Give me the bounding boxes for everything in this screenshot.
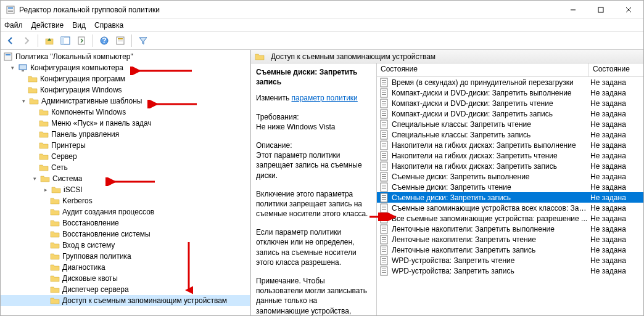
tree-iscsi[interactable]: ▸iSCSI <box>1 184 250 195</box>
tree-label: Административные шаблоны <box>41 97 142 105</box>
tree-removable-storage[interactable]: Доступ к съемным запоминающим устройства… <box>1 295 250 306</box>
svg-rect-59 <box>382 176 386 177</box>
tree-system[interactable]: ▾Система <box>1 173 250 184</box>
policy-row[interactable]: Ленточные накопители: Запретить чтениеНе… <box>377 234 643 245</box>
policy-row[interactable]: WPD-устройства: Запретить записьНе задан… <box>377 265 643 276</box>
svg-rect-48 <box>382 147 386 147</box>
policy-state: Не задана <box>589 172 643 181</box>
forward-button[interactable] <box>19 33 34 48</box>
policy-state: Не задана <box>589 193 643 202</box>
show-hide-tree-button[interactable] <box>58 33 73 48</box>
policy-state: Не задана <box>589 214 643 223</box>
properties-button[interactable] <box>113 33 128 48</box>
policy-name: Накопители на гибких дисках: Запретить ч… <box>392 152 558 160</box>
policy-item-icon <box>379 256 389 265</box>
description-text: Примечание. Чтобы пользователи могли зап… <box>256 276 371 315</box>
expand-toggle[interactable]: ▸ <box>41 185 50 194</box>
svg-rect-3 <box>8 11 13 12</box>
tree-admin-templates[interactable]: ▾Административные шаблоны <box>1 95 250 107</box>
policy-row[interactable]: Компакт-диски и DVD-диски: Запретить чте… <box>377 98 643 108</box>
close-button[interactable] <box>614 1 642 18</box>
tree-win-components[interactable]: Компоненты Windows <box>1 107 250 118</box>
tree-label: Доступ к съемным запоминающим устройства… <box>62 296 227 305</box>
policy-list[interactable]: Состояние Состояние Время (в секундах) д… <box>377 63 643 315</box>
svg-rect-71 <box>382 208 386 208</box>
tree-gp[interactable]: Групповая политика <box>1 251 250 262</box>
svg-rect-51 <box>382 155 386 156</box>
policy-row[interactable]: Компакт-диски и DVD-диски: Запретить зап… <box>377 108 643 119</box>
filter-button[interactable] <box>136 33 151 48</box>
tree-sys-restore[interactable]: Восстановление системы <box>1 229 250 240</box>
menubar: Файл Действие Вид Справка <box>1 19 643 31</box>
policy-item-icon <box>379 266 389 276</box>
policy-row[interactable]: Съемные диски: Запретить записьНе задана <box>377 192 643 203</box>
policy-row[interactable]: Специальные классы: Запретить чтениеНе з… <box>377 119 643 129</box>
column-state[interactable]: Состояние <box>377 63 589 76</box>
policy-row[interactable]: Накопители на гибких дисках: Запретить з… <box>377 161 643 171</box>
tree-comp-config[interactable]: ▾ Конфигурация компьютера <box>1 62 250 73</box>
tree-root[interactable]: Политика "Локальный компьютер" <box>1 51 250 62</box>
policy-name: Съемные диски: Запретить выполнение <box>392 172 530 181</box>
svg-rect-95 <box>382 270 386 271</box>
policy-name: Специальные классы: Запретить чтение <box>392 120 531 129</box>
policy-state: Не задана <box>589 256 643 265</box>
tree-kerberos[interactable]: Kerberos <box>1 195 250 206</box>
policy-row[interactable]: Съемные диски: Запретить чтениеНе задана <box>377 182 643 192</box>
policy-item-icon <box>379 235 389 245</box>
edit-policy-link[interactable]: параметр политики <box>291 94 357 102</box>
tree-server-mgr[interactable]: Диспетчер сервера <box>1 284 250 295</box>
policy-state: Не задана <box>589 235 643 244</box>
policy-row[interactable]: Все съемные запоминающие устройства: раз… <box>377 213 643 224</box>
description-label: Описание: <box>256 140 371 150</box>
expand-toggle[interactable]: ▾ <box>19 97 28 105</box>
menu-file[interactable]: Файл <box>4 21 23 30</box>
policy-row[interactable]: Ленточные накопители: Запретить выполнен… <box>377 224 643 234</box>
details-header-title: Доступ к съемным запоминающим устройства… <box>271 52 436 61</box>
tree-logon[interactable]: Вход в систему <box>1 240 250 251</box>
policy-row[interactable]: Специальные классы: Запретить записьНе з… <box>377 129 643 140</box>
policy-row[interactable]: Съемные диски: Запретить выполнениеНе за… <box>377 171 643 182</box>
toolbar-sep <box>131 34 132 47</box>
menu-help[interactable]: Справка <box>94 21 123 30</box>
tree-start-taskbar[interactable]: Меню «Пуск» и панель задач <box>1 118 250 129</box>
policy-row[interactable]: Накопители на гибких дисках: Запретить в… <box>377 140 643 150</box>
maximize-button[interactable] <box>587 1 614 18</box>
tree-conf-windows[interactable]: Конфигурация Windows <box>1 84 250 95</box>
policy-row[interactable]: Ленточные накопители: Запретить записьНе… <box>377 245 643 255</box>
tree-diag[interactable]: Диагностика <box>1 262 250 273</box>
window-title: Редактор локальной групповой политики <box>19 6 559 14</box>
policy-row[interactable]: Компакт-диски и DVD-диски: Запретить вып… <box>377 87 643 98</box>
policy-name: Компакт-диски и DVD-диски: Запретить вып… <box>392 89 572 97</box>
tree-disk-quotas[interactable]: Дисковые квоты <box>1 273 250 284</box>
policy-row[interactable]: WPD-устройства: Запретить чтениеНе задан… <box>377 255 643 265</box>
svg-rect-42 <box>382 132 386 133</box>
up-button[interactable] <box>42 33 57 48</box>
policy-row[interactable]: Съемные запоминающие устройства всех кла… <box>377 203 643 213</box>
tree-label: Kerberos <box>62 196 93 205</box>
expand-toggle[interactable]: ▾ <box>30 174 39 183</box>
tree-recovery[interactable]: Восстановление <box>1 217 250 229</box>
policy-name: Компакт-диски и DVD-диски: Запретить чте… <box>392 99 553 108</box>
policy-row[interactable]: Время (в секундах) до принудительной пер… <box>377 77 643 87</box>
help-button[interactable]: ? <box>97 33 112 48</box>
minimize-button[interactable] <box>559 1 587 18</box>
menu-action[interactable]: Действие <box>31 21 64 30</box>
description-text: Если параметр политики отключен или не о… <box>256 227 371 267</box>
tree-server[interactable]: Сервер <box>1 151 250 162</box>
expand-toggle[interactable]: ▾ <box>8 63 17 72</box>
policy-item-icon <box>379 224 389 234</box>
column-state2[interactable]: Состояние <box>589 63 643 76</box>
menu-view[interactable]: Вид <box>72 21 86 30</box>
tree-network[interactable]: Сеть <box>1 162 250 173</box>
tree-pane[interactable]: Политика "Локальный компьютер" ▾ Конфигу… <box>1 50 251 315</box>
tree-conf-programs[interactable]: Конфигурация программ <box>1 73 250 84</box>
svg-rect-44 <box>382 136 386 137</box>
tree-control-panel[interactable]: Панель управления <box>1 129 250 140</box>
back-button[interactable] <box>3 33 18 48</box>
tree-printers[interactable]: Принтеры <box>1 140 250 151</box>
export-button[interactable] <box>74 33 89 48</box>
tree-audit-proc[interactable]: Аудит создания процессов <box>1 206 250 217</box>
svg-rect-47 <box>382 145 386 145</box>
policy-row[interactable]: Накопители на гибких дисках: Запретить ч… <box>377 150 643 161</box>
policy-name: Съемные запоминающие устройства всех кла… <box>392 204 589 213</box>
